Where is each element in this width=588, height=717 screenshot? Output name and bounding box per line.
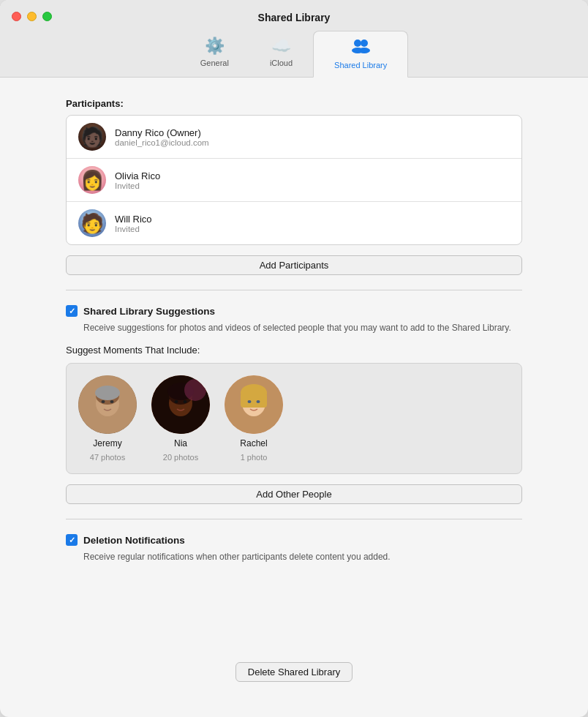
deletion-checkmark-icon: ✓ (69, 536, 75, 544)
moment-name-jeremy: Jeremy (93, 438, 121, 448)
participants-label: Participants: (66, 98, 522, 109)
divider-1 (66, 290, 522, 290)
svg-point-9 (110, 400, 114, 403)
tab-bar: ⚙️ General ☁️ iCloud Shared Librar (0, 31, 588, 77)
suggest-moments-label: Suggest Moments That Include: (66, 345, 522, 356)
rachel-face (225, 375, 283, 434)
divider-2 (66, 519, 522, 519)
moment-name-rachel: Rachel (240, 438, 267, 448)
participant-info-olivia: Olivia Rico Invited (115, 170, 160, 190)
svg-point-22 (257, 400, 260, 403)
svg-rect-20 (241, 393, 267, 408)
deletion-checkbox-row: ✓ Deletion Notifications (66, 534, 522, 546)
svg-point-16 (184, 379, 206, 401)
svg-point-0 (354, 40, 361, 47)
checkmark-icon: ✓ (69, 307, 75, 315)
add-participants-button[interactable]: Add Participants (66, 255, 522, 275)
participant-row: 🧑 Will Rico Invited (67, 202, 521, 244)
moment-item-rachel[interactable]: Rachel 1 photo (225, 375, 283, 462)
main-window: Shared Library ⚙️ General ☁️ iCloud (0, 0, 588, 717)
tab-icloud[interactable]: ☁️ iCloud (249, 31, 313, 77)
deletion-description: Receive regular notifications when other… (83, 550, 522, 563)
participant-info-will: Will Rico Invited (115, 214, 152, 233)
moment-name-nia: Nia (174, 438, 187, 448)
close-button[interactable] (12, 12, 21, 21)
photo-rachel (225, 375, 283, 434)
moment-count-nia: 20 photos (163, 453, 198, 462)
participant-name-will: Will Rico (115, 214, 152, 225)
people-icon (350, 37, 371, 58)
tab-icloud-label: iCloud (270, 59, 293, 67)
suggestions-label: Shared Library Suggestions (83, 306, 215, 317)
photo-nia (151, 375, 210, 434)
avatar-olivia: 👩 (78, 166, 106, 194)
nia-face (151, 375, 210, 434)
avatar-will: 🧑 (78, 209, 106, 237)
gear-icon: ⚙️ (205, 37, 225, 56)
participant-sub-will: Invited (115, 225, 152, 233)
moments-grid: Jeremy 47 photos (66, 363, 522, 474)
tab-shared-library-label: Shared Library (334, 61, 387, 70)
tab-shared-library[interactable]: Shared Library (313, 31, 408, 78)
tab-general[interactable]: ⚙️ General (180, 31, 249, 77)
maximize-button[interactable] (42, 12, 52, 21)
delete-shared-library-button[interactable]: Delete Shared Library (235, 662, 353, 682)
participant-row: 🧑🏿 Danny Rico (Owner) daniel_rico1@iclou… (67, 116, 521, 159)
deletion-checkbox[interactable]: ✓ (66, 534, 78, 546)
participant-sub-olivia: Invited (115, 181, 160, 190)
svg-point-8 (102, 400, 105, 403)
window-title: Shared Library (258, 0, 331, 31)
cloud-icon: ☁️ (271, 37, 291, 56)
suggestions-checkbox[interactable]: ✓ (66, 305, 78, 317)
avatar-danny: 🧑🏿 (78, 123, 106, 151)
moment-count-rachel: 1 photo (241, 453, 268, 462)
add-other-people-button[interactable]: Add Other People (66, 484, 522, 504)
participants-list: 🧑🏿 Danny Rico (Owner) daniel_rico1@iclou… (66, 115, 522, 245)
svg-point-3 (358, 48, 370, 53)
suggestions-description: Receive suggestions for photos and video… (83, 321, 522, 334)
traffic-lights (12, 12, 52, 21)
jeremy-face (78, 375, 137, 434)
main-content: Participants: 🧑🏿 Danny Rico (Owner) dani… (0, 78, 588, 717)
deletion-label: Deletion Notifications (83, 535, 185, 546)
svg-point-1 (361, 40, 368, 47)
participant-info-danny: Danny Rico (Owner) daniel_rico1@icloud.c… (115, 127, 209, 147)
moment-item-jeremy[interactable]: Jeremy 47 photos (78, 375, 137, 462)
participant-name-olivia: Olivia Rico (115, 170, 160, 181)
titlebar: Shared Library ⚙️ General ☁️ iCloud (0, 0, 588, 78)
minimize-button[interactable] (27, 12, 37, 21)
participant-sub-danny: daniel_rico1@icloud.com (115, 138, 209, 147)
svg-point-15 (184, 400, 187, 403)
suggestions-checkbox-row: ✓ Shared Library Suggestions (66, 305, 522, 317)
participant-name-danny: Danny Rico (Owner) (115, 127, 209, 138)
svg-point-14 (175, 400, 178, 403)
svg-point-21 (248, 400, 252, 403)
tab-general-label: General (200, 59, 229, 67)
participant-row: 👩 Olivia Rico Invited (67, 159, 521, 202)
moment-item-nia[interactable]: Nia 20 photos (151, 375, 210, 462)
svg-point-7 (95, 386, 120, 400)
photo-jeremy (78, 375, 137, 434)
moment-count-jeremy: 47 photos (90, 453, 125, 462)
